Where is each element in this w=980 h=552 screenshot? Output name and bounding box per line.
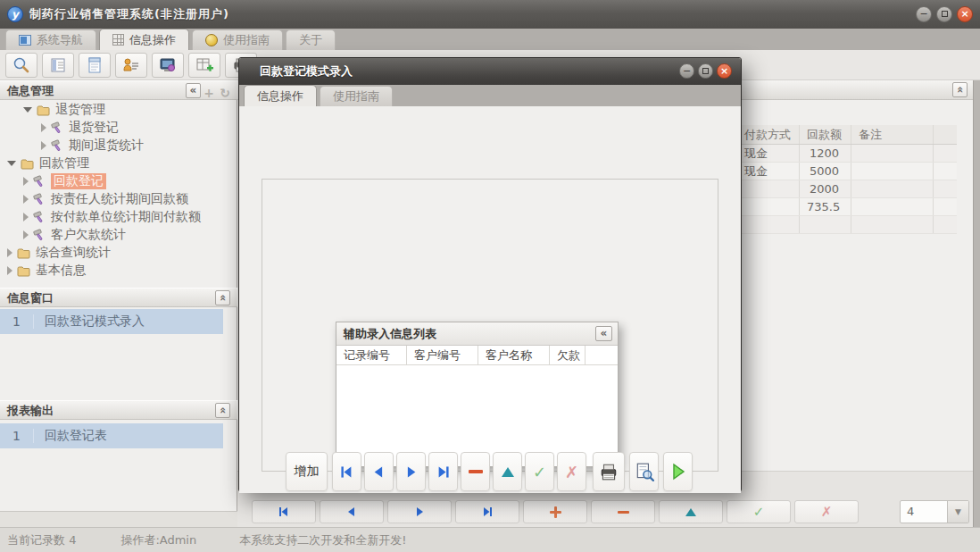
search-button[interactable]	[5, 53, 37, 78]
monitor-globe-button[interactable]	[152, 53, 184, 78]
tree-item-label: 期间退货统计	[69, 138, 144, 154]
expanded-arrow-icon[interactable]	[7, 161, 16, 166]
add-button[interactable]: 增加	[286, 452, 328, 491]
cell-note	[851, 216, 934, 233]
grid-icon	[112, 34, 124, 46]
grid-row[interactable]: 735.5	[737, 198, 957, 216]
info-window-list-item[interactable]: 1 回款登记模式录入	[0, 309, 223, 334]
tab-user-guide[interactable]: 使用指南	[192, 29, 283, 50]
run-button[interactable]	[663, 452, 693, 491]
tree-item-query-stats[interactable]: 综合查询统计	[7, 244, 111, 262]
tree-item-label: 按责任人统计期间回款额	[51, 191, 188, 207]
last-record-button[interactable]	[428, 452, 458, 491]
tree-item-label: 综合查询统计	[36, 245, 111, 261]
tool-icon	[33, 211, 46, 223]
column-header: 付款方式	[737, 125, 800, 144]
add-icon[interactable]: +	[203, 84, 214, 103]
edit-icon	[502, 467, 514, 477]
delete-record-button[interactable]	[591, 500, 655, 523]
minimize-button[interactable]: −	[916, 6, 932, 22]
helper-list-popup: 辅助录入信息列表 « 记录编号 客户编号 客户名称 欠款	[336, 322, 619, 467]
tab-label: 关于	[299, 32, 322, 48]
collapsed-arrow-icon[interactable]	[23, 195, 29, 204]
next-record-button[interactable]	[396, 452, 426, 491]
table-add-button[interactable]	[188, 53, 220, 78]
post-record-button[interactable]: ✓	[525, 452, 554, 491]
tree-item-basic-info[interactable]: 基本信息	[7, 262, 86, 280]
collapsed-arrow-icon[interactable]	[7, 266, 12, 275]
record-count-selector[interactable]: 4 ▼	[900, 500, 969, 523]
dialog-tab-user-guide[interactable]: 使用指南	[320, 86, 393, 106]
cell-filler	[934, 198, 955, 215]
expanded-arrow-icon[interactable]	[23, 107, 32, 113]
print-button[interactable]	[593, 452, 625, 491]
item-number: 1	[0, 429, 34, 443]
grid-row-empty[interactable]	[737, 216, 957, 234]
prev-record-button[interactable]	[364, 452, 394, 491]
cancel-record-button[interactable]: ✗	[794, 500, 859, 523]
tree-item-payment-management[interactable]: 回款管理	[7, 155, 89, 172]
last-record-button[interactable]	[455, 500, 519, 523]
next-record-button[interactable]	[387, 500, 452, 523]
first-record-button[interactable]	[332, 452, 361, 491]
grid-row[interactable]: 现金 1200	[737, 145, 957, 163]
grid-row[interactable]: 2000	[737, 180, 957, 198]
tab-system-nav[interactable]: 系统导航	[5, 29, 96, 50]
prev-record-icon	[371, 464, 386, 480]
tree-item-payment-registration[interactable]: 回款登记	[23, 172, 106, 190]
prev-record-icon	[345, 506, 358, 518]
tree-item-stats-by-payer[interactable]: 按付款单位统计期间付款额	[23, 208, 201, 226]
right-edge-scroll-strip[interactable]	[973, 80, 980, 527]
user-report-button[interactable]	[115, 53, 147, 78]
collapsed-arrow-icon[interactable]	[23, 213, 29, 222]
last-record-icon	[436, 464, 451, 480]
document-button[interactable]	[79, 53, 111, 78]
tree-item-return-registration[interactable]: 退货登记	[41, 119, 119, 137]
cancel-record-button[interactable]: ✗	[557, 452, 586, 491]
dropdown-arrow-icon[interactable]: ▼	[947, 501, 968, 523]
dialog-tab-info-operation[interactable]: 信息操作	[244, 85, 317, 106]
main-tab-bar: 系统导航 信息操作 使用指南 关于	[0, 29, 980, 50]
post-record-button[interactable]: ✓	[727, 500, 791, 523]
form-view-button[interactable]	[42, 53, 74, 78]
insert-icon	[550, 506, 561, 518]
delete-icon	[618, 511, 629, 514]
collapse-left-icon[interactable]: «	[186, 83, 201, 98]
edit-record-button[interactable]	[659, 500, 723, 523]
tree-item-period-return-stats[interactable]: 期间退货统计	[41, 137, 144, 155]
collapse-left-icon[interactable]: «	[595, 326, 612, 341]
delete-record-button[interactable]	[461, 452, 490, 491]
tab-info-operation[interactable]: 信息操作	[99, 29, 189, 50]
maximize-button[interactable]	[936, 6, 952, 22]
first-record-button[interactable]	[252, 500, 316, 523]
prev-record-button[interactable]	[320, 500, 384, 523]
report-output-list-item[interactable]: 1 回款登记表	[0, 423, 223, 448]
helper-popup-header: 辅助录入信息列表 «	[336, 322, 618, 346]
collapsed-arrow-icon[interactable]	[7, 248, 12, 257]
collapsed-arrow-icon[interactable]	[23, 177, 29, 186]
cell-note	[851, 145, 934, 162]
refresh-icon[interactable]: ↻	[220, 84, 230, 103]
dialog-minimize-button[interactable]: −	[679, 63, 694, 79]
collapse-up-icon[interactable]: «	[215, 403, 230, 418]
collapse-up-icon[interactable]: «	[215, 290, 230, 305]
dialog-maximize-button[interactable]	[698, 63, 713, 79]
print-preview-button[interactable]	[629, 452, 659, 491]
tool-icon	[33, 175, 46, 188]
record-count-value[interactable]: 4	[901, 501, 947, 523]
close-button[interactable]: ×	[957, 6, 973, 22]
collapsed-arrow-icon[interactable]	[41, 123, 46, 132]
cell-filler	[934, 145, 955, 162]
tab-about[interactable]: 关于	[286, 29, 336, 50]
collapsed-arrow-icon[interactable]	[41, 141, 46, 150]
tree-item-returns-management[interactable]: 退货管理	[23, 101, 105, 119]
grid-row[interactable]: 现金 5000	[737, 163, 957, 180]
collapsed-arrow-icon[interactable]	[23, 230, 29, 239]
edit-record-button[interactable]	[493, 452, 522, 491]
tree-item-customer-debt-stats[interactable]: 客户欠款统计	[23, 226, 126, 244]
insert-record-button[interactable]	[523, 500, 587, 523]
cell-note	[851, 163, 934, 180]
collapse-up-icon[interactable]: «	[952, 82, 968, 97]
dialog-close-button[interactable]: ×	[717, 63, 732, 79]
tree-item-stats-by-person[interactable]: 按责任人统计期间回款额	[23, 190, 188, 208]
